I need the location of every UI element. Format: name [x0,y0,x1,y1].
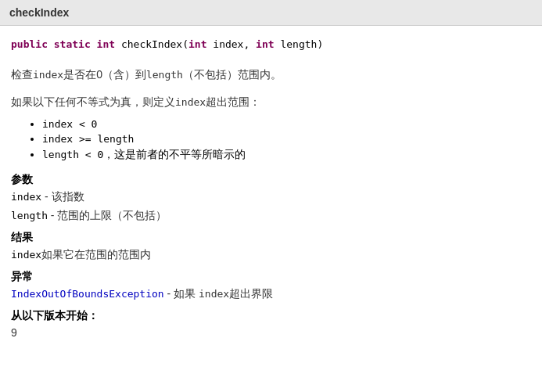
desc1-code1: index [33,69,63,81]
desc1-prefix: 检查 [11,68,33,81]
bullet-extra-3: ，这是前者的不平等所暗示的 [103,148,246,160]
desc2-code: index [175,96,206,108]
param-index-name: index [11,191,41,203]
header-title: checkIndex [9,6,69,19]
since-version: 9 [11,326,531,339]
exception-suffix: 超出界限 [229,287,273,300]
exception-name: IndexOutOfBoundsException [11,288,164,300]
bullet-code-1: index < 0 [42,118,97,130]
param-length-name: length [11,210,48,221]
param-type-1: int [188,38,206,50]
list-item: length < 0，这是前者的不平等所暗示的 [42,148,531,162]
result-label: 结果 [11,231,531,245]
desc2-text: 如果以下任何不等式为真，则定义 [11,95,175,108]
main-content: public static int checkIndex(int index, … [0,26,542,350]
param-length-sep: - 范围的上限（不包括） [48,209,167,221]
method-signature: public static int checkIndex(int index, … [11,37,531,53]
result-value: index如果它在范围的范围内 [11,248,531,262]
desc1-code2: length [146,69,183,81]
result-code: index [11,249,41,261]
param-index-sep: - 该指数 [41,190,84,203]
keyword-static: static [54,38,91,50]
param-row-index: index - 该指数 [11,190,531,204]
exception-sep: - 如果 [164,287,199,300]
desc2-suffix: 超出范围： [206,95,260,108]
params-label: 参数 [11,173,531,187]
list-item: index < 0 [42,118,531,130]
keyword-public: public [11,38,48,50]
desc1-mid: 是否在0（含）到 [63,68,146,81]
page-header: checkIndex [0,0,542,26]
return-type: int [97,38,115,50]
result-text: 如果它在范围的范围内 [41,248,151,261]
exception-label: 异常 [11,270,531,284]
method-name: checkIndex( [121,38,188,50]
exception-code: index [199,288,229,300]
param-type-2: int [256,38,274,50]
exception-row: IndexOutOfBoundsException - 如果 index超出界限 [11,287,531,301]
bullet-code-3: length < 0 [42,149,103,160]
bullet-code-2: index >= length [42,133,134,145]
description-1: 检查index是否在0（含）到length（不包括）范围内。 [11,66,531,84]
bullet-list: index < 0 index >= length length < 0，这是前… [42,118,531,162]
param-name-1: index, [206,38,256,50]
description-2: 如果以下任何不等式为真，则定义index超出范围： [11,93,531,111]
list-item: index >= length [42,133,531,145]
desc1-suffix: （不包括）范围内。 [183,68,282,81]
param-name-2: length) [275,38,324,50]
since-label: 从以下版本开始： [11,309,531,323]
param-row-length: length - 范围的上限（不包括） [11,209,531,223]
